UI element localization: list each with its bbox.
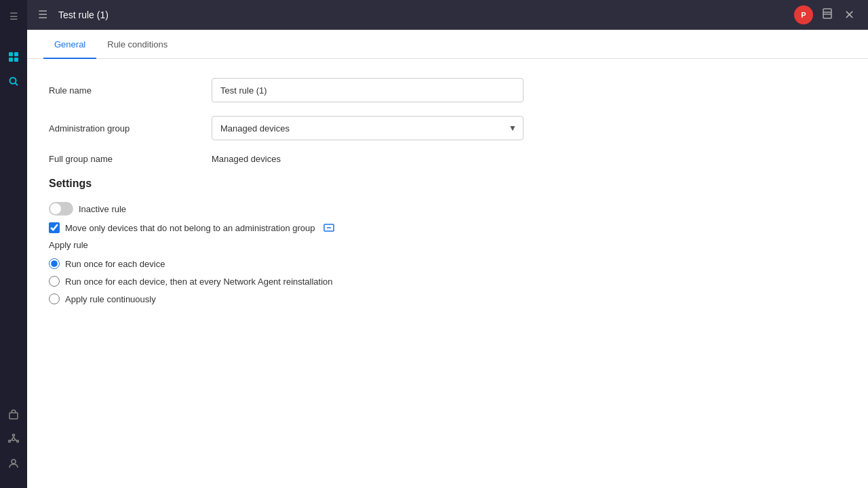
network-icon[interactable] xyxy=(3,428,24,450)
radio-run-once-label: Run once for each device xyxy=(65,259,165,269)
svg-rect-3 xyxy=(14,58,18,62)
svg-rect-0 xyxy=(9,52,13,56)
radio-continuously[interactable] xyxy=(49,293,60,304)
rule-name-label: Rule name xyxy=(49,85,212,96)
admin-group-select-wrapper: Managed devices Group 1 Group 2 ▼ xyxy=(212,116,524,140)
tab-general[interactable]: General xyxy=(43,30,96,59)
full-group-name-row: Full group name Managed devices xyxy=(49,154,846,164)
svg-point-14 xyxy=(12,460,16,464)
tabs-container: General Rule conditions xyxy=(27,30,868,59)
radio-run-once[interactable] xyxy=(49,258,60,269)
bag-icon[interactable] xyxy=(3,404,24,426)
svg-point-4 xyxy=(10,78,16,84)
inactive-rule-row: Inactive rule xyxy=(49,202,846,216)
rule-name-row: Rule name xyxy=(49,78,846,102)
radio-run-once-row: Run once for each device xyxy=(49,258,846,269)
full-group-name-value: Managed devices xyxy=(212,154,281,164)
title-actions: P ✕ xyxy=(794,5,857,25)
apply-rule-section: Apply rule Run once for each device Run … xyxy=(49,240,846,304)
svg-rect-2 xyxy=(9,58,13,62)
radio-continuously-label: Apply rule continuously xyxy=(65,294,156,304)
svg-line-5 xyxy=(16,83,18,86)
bookmark-icon[interactable] xyxy=(818,5,836,25)
radio-run-once-reinstall-row: Run once for each device, then at every … xyxy=(49,276,846,287)
inactive-rule-toggle[interactable] xyxy=(49,202,73,216)
admin-group-label: Administration group xyxy=(49,123,212,134)
radio-run-once-reinstall-label: Run once for each device, then at every … xyxy=(65,277,333,287)
full-group-name-label: Full group name xyxy=(49,154,212,164)
menu-toggle-icon[interactable]: ☰ xyxy=(3,5,24,27)
move-devices-row: Move only devices that do not belong to … xyxy=(49,222,846,233)
svg-point-7 xyxy=(12,438,15,441)
sidebar: ☰ xyxy=(0,0,27,488)
close-button[interactable]: ✕ xyxy=(842,5,857,25)
info-icon[interactable] xyxy=(323,222,334,233)
sidebar-toggle-icon[interactable]: ☰ xyxy=(38,8,47,21)
svg-rect-15 xyxy=(823,9,831,18)
admin-group-select[interactable]: Managed devices Group 1 Group 2 xyxy=(212,116,524,140)
user-avatar[interactable]: P xyxy=(794,5,813,24)
svg-rect-6 xyxy=(9,413,18,419)
svg-point-8 xyxy=(13,434,15,436)
user-icon[interactable] xyxy=(3,453,24,474)
radio-run-once-reinstall[interactable] xyxy=(49,276,60,287)
svg-line-12 xyxy=(15,440,17,441)
main-area: ☰ Test rule (1) P ✕ General Rule conditi… xyxy=(27,0,868,488)
svg-line-13 xyxy=(10,440,12,441)
rule-name-input[interactable] xyxy=(212,78,524,102)
inactive-rule-label: Inactive rule xyxy=(79,204,126,214)
move-devices-label: Move only devices that do not belong to … xyxy=(65,223,315,233)
apply-rule-label: Apply rule xyxy=(49,240,846,250)
search-icon[interactable] xyxy=(3,70,24,92)
dashboard-icon[interactable] xyxy=(3,46,24,68)
title-bar: ☰ Test rule (1) P ✕ xyxy=(27,0,868,30)
settings-section: Settings Inactive rule Move only devices… xyxy=(49,178,846,304)
move-devices-checkbox[interactable] xyxy=(49,222,60,233)
tab-rule-conditions[interactable]: Rule conditions xyxy=(96,30,178,59)
form-area: Rule name Administration group Managed d… xyxy=(27,59,868,488)
dialog-content: General Rule conditions Rule name Admini… xyxy=(27,30,868,488)
svg-rect-1 xyxy=(14,52,18,56)
window-title: Test rule (1) xyxy=(58,9,794,20)
radio-continuously-row: Apply rule continuously xyxy=(49,293,846,304)
admin-group-row: Administration group Managed devices Gro… xyxy=(49,116,846,140)
settings-title: Settings xyxy=(49,178,846,190)
